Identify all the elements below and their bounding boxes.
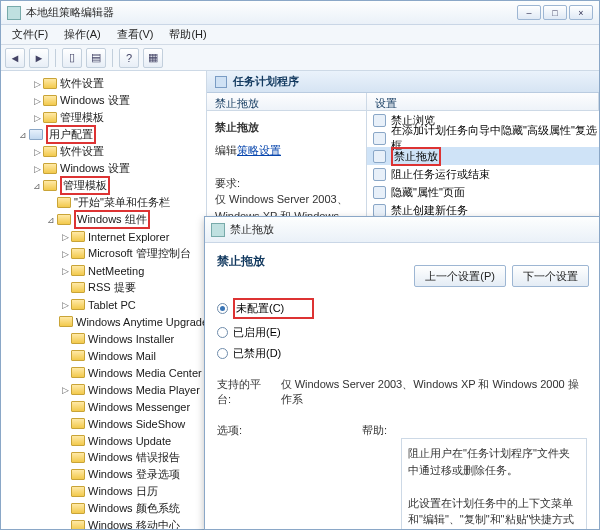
tree-node[interactable]: ▷Windows 设置 xyxy=(3,160,204,177)
menu-help[interactable]: 帮助(H) xyxy=(162,25,213,44)
detail-title: 禁止拖放 xyxy=(215,119,358,136)
folder-icon xyxy=(71,265,85,276)
tree-label: Windows Media Player xyxy=(88,384,200,396)
tree-label: Windows 日历 xyxy=(88,484,158,499)
help-box: 阻止用户在"任务计划程序"文件夹中通过移或删除任务。 此设置在计划任务中的上下文… xyxy=(401,438,587,529)
folder-icon xyxy=(215,76,227,88)
supported-text: 仅 Windows Server 2003、Windows XP 和 Windo… xyxy=(281,377,587,407)
setting-icon xyxy=(373,150,386,163)
folder-icon xyxy=(43,95,57,106)
radio-option[interactable]: 已禁用(D) xyxy=(217,346,587,361)
expand-icon[interactable]: ▷ xyxy=(31,113,43,123)
tree-node[interactable]: Windows Installer xyxy=(3,330,204,347)
options-box xyxy=(217,438,387,529)
window-title: 本地组策略编辑器 xyxy=(26,5,517,20)
expand-icon[interactable]: ▷ xyxy=(31,164,43,174)
radio-icon xyxy=(217,303,228,314)
app-icon xyxy=(7,6,21,20)
expand-icon[interactable]: ▷ xyxy=(59,249,71,259)
refresh-icon[interactable]: ? xyxy=(119,48,139,68)
tree-node[interactable]: "开始"菜单和任务栏 xyxy=(3,194,204,211)
folder-icon xyxy=(71,503,85,514)
section-headers: 禁止拖放 设置 xyxy=(207,93,599,111)
tree-node[interactable]: ⊿管理模板 xyxy=(3,177,204,194)
tree-node[interactable]: Windows 日历 xyxy=(3,483,204,500)
minimize-button[interactable]: – xyxy=(517,5,541,20)
maximize-button[interactable]: □ xyxy=(543,5,567,20)
show-hide-icon[interactable]: ▤ xyxy=(86,48,106,68)
expand-icon[interactable]: ⊿ xyxy=(17,130,29,140)
expand-icon[interactable]: ⊿ xyxy=(31,181,43,191)
tree-label: Windows Messenger xyxy=(88,401,190,413)
tree-node[interactable]: ▷软件设置 xyxy=(3,75,204,92)
expand-icon[interactable]: ▷ xyxy=(59,385,71,395)
radio-label: 已启用(E) xyxy=(233,325,281,340)
folder-icon xyxy=(71,367,85,378)
tree-label: Windows 错误报告 xyxy=(88,450,180,465)
tree-node[interactable]: Windows Anytime Upgrade xyxy=(3,313,204,330)
tree-node[interactable]: Windows 错误报告 xyxy=(3,449,204,466)
tree-label: Windows Mail xyxy=(88,350,156,362)
tree-label: 管理模板 xyxy=(63,179,107,191)
prev-setting-button[interactable]: 上一个设置(P) xyxy=(414,265,506,287)
tree-node[interactable]: ▷Windows Media Player xyxy=(3,381,204,398)
tree-label: Windows Installer xyxy=(88,333,174,345)
edit-policy-link[interactable]: 策略设置 xyxy=(237,144,281,156)
folder-icon xyxy=(71,452,85,463)
next-setting-button[interactable]: 下一个设置 xyxy=(512,265,589,287)
tree-node[interactable]: Windows 移动中心 xyxy=(3,517,204,529)
expand-icon[interactable]: ▷ xyxy=(31,96,43,106)
expand-icon[interactable]: ▷ xyxy=(59,232,71,242)
tree-node[interactable]: Windows SideShow xyxy=(3,415,204,432)
dialog-title: 禁止拖放 xyxy=(230,222,593,237)
setting-row[interactable]: 隐藏"属性"页面 xyxy=(367,183,599,201)
tree-node[interactable]: ⊿Windows 组件 xyxy=(3,211,204,228)
tree-label: Windows 移动中心 xyxy=(88,518,180,529)
tree-node[interactable]: Windows Update xyxy=(3,432,204,449)
tree-node[interactable]: Windows Mail xyxy=(3,347,204,364)
folder-icon xyxy=(57,214,71,225)
tree-node[interactable]: RSS 提要 xyxy=(3,279,204,296)
radio-option[interactable]: 未配置(C) xyxy=(217,298,587,319)
tree-node[interactable]: ⊿用户配置 xyxy=(3,126,204,143)
tree-node[interactable]: ▷Tablet PC xyxy=(3,296,204,313)
expand-icon[interactable]: ▷ xyxy=(31,79,43,89)
tree-node[interactable]: ▷NetMeeting xyxy=(3,262,204,279)
expand-icon[interactable]: ▷ xyxy=(31,147,43,157)
expand-icon[interactable]: ▷ xyxy=(59,300,71,310)
menu-file[interactable]: 文件(F) xyxy=(5,25,55,44)
back-icon[interactable]: ◄ xyxy=(5,48,25,68)
close-button[interactable]: × xyxy=(569,5,593,20)
supported-label: 支持的平台: xyxy=(217,377,273,407)
radio-option[interactable]: 已启用(E) xyxy=(217,325,587,340)
tree-label: Tablet PC xyxy=(88,299,136,311)
up-icon[interactable]: ▯ xyxy=(62,48,82,68)
expand-icon[interactable]: ⊿ xyxy=(45,215,57,225)
forward-icon[interactable]: ► xyxy=(29,48,49,68)
tree-node[interactable]: Windows Messenger xyxy=(3,398,204,415)
expand-icon[interactable]: ▷ xyxy=(59,266,71,276)
tree-node[interactable]: Windows 颜色系统 xyxy=(3,500,204,517)
setting-icon xyxy=(373,186,386,199)
nav-tree[interactable]: ▷软件设置▷Windows 设置▷管理模板⊿用户配置▷软件设置▷Windows … xyxy=(1,71,207,529)
tree-node[interactable]: Windows 登录选项 xyxy=(3,466,204,483)
folder-icon xyxy=(71,520,85,529)
tree-node[interactable]: ▷Internet Explorer xyxy=(3,228,204,245)
tree-node[interactable]: ▷管理模板 xyxy=(3,109,204,126)
folder-icon xyxy=(71,299,85,310)
toolbar-sep xyxy=(112,49,113,67)
dialog-body: 禁止拖放 上一个设置(P) 下一个设置 未配置(C)已启用(E)已禁用(D) 支… xyxy=(205,243,599,529)
tree-label: Windows Anytime Upgrade xyxy=(76,316,207,328)
menu-view[interactable]: 查看(V) xyxy=(110,25,161,44)
tree-node[interactable]: ▷软件设置 xyxy=(3,143,204,160)
setting-row[interactable]: 阻止任务运行或结束 xyxy=(367,165,599,183)
tree-node[interactable]: ▷Microsoft 管理控制台 xyxy=(3,245,204,262)
tree-label: NetMeeting xyxy=(88,265,144,277)
export-icon[interactable]: ▦ xyxy=(143,48,163,68)
tree-node[interactable]: Windows Media Center xyxy=(3,364,204,381)
tree-node[interactable]: ▷Windows 设置 xyxy=(3,92,204,109)
folder-icon xyxy=(29,129,43,140)
menu-action[interactable]: 操作(A) xyxy=(57,25,108,44)
tree-label: "开始"菜单和任务栏 xyxy=(74,195,170,210)
setting-row[interactable]: 在添加计划任务向导中隐藏"高级属性"复选框 xyxy=(367,129,599,147)
